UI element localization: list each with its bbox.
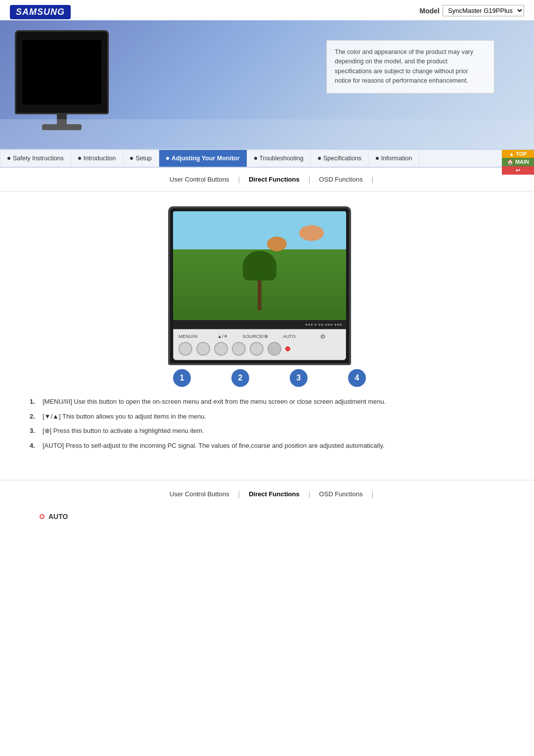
btn-source[interactable] [214,342,228,356]
bottom-sub-nav-user-control[interactable]: User Control Buttons [161,488,238,500]
inst-text-3: [⊕] Press this button to activate a high… [43,426,204,436]
garden-tree [258,271,262,310]
bottom-sub-nav-osd-functions[interactable]: OSD Functions [310,488,371,500]
bottom-sub-nav: User Control Buttons | Direct Functions … [0,480,534,508]
ctrl-label-power: ⏻ [320,333,325,339]
nav-item-troubleshooting[interactable]: Troubleshooting [247,150,311,167]
status-text: ●●● ● ●● ●●● ●●● [305,322,342,327]
btn-5[interactable] [250,342,264,356]
hero-decoration [0,119,534,149]
nav-item-information[interactable]: Information [369,150,420,167]
inst-num-4: 4. [30,441,40,451]
ctrl-label-auto: AUTO [283,333,296,339]
inst-text-4: [AUTO] Press to self-adjust to the incom… [43,441,385,451]
num-3: 3 [290,369,308,387]
instruction-item-3: 3. [⊕] Press this button to activate a h… [30,426,504,436]
nav-bullet [130,157,133,160]
nav-side-buttons: ▲ TOP 🏠 MAIN ↩ [502,150,534,167]
monitor-status-bar: ●●● ● ●● ●●● ●●● [173,320,346,329]
nav-item-adjusting[interactable]: Adjusting Your Monitor [159,150,247,167]
nav-bullet [376,157,379,160]
hero-description: The color and appearance of the product … [326,40,494,94]
monitor-display-unit: ●●● ● ●● ●●● ●●● MENU/III ▲/☀ SOURCE/⊕ A… [168,206,366,387]
nav-item-specifications[interactable]: Specifications [311,150,369,167]
sub-nav-osd-functions[interactable]: OSD Functions [310,174,371,185]
nav-item-safety[interactable]: Safety Instructions [0,150,71,167]
inst-text-1: [MENU/III] Use this button to open the o… [43,397,386,407]
page-header: SAMSUNG Model SyncMaster G19PPlus [0,0,534,16]
num-4: 4 [348,369,366,387]
bottom-sub-nav-direct-functions[interactable]: Direct Functions [240,488,309,500]
inst-num-2: 2. [30,412,40,422]
monitor-display-screen [173,211,346,320]
top-button[interactable]: ▲ TOP [502,150,534,158]
controls-buttons [178,342,341,356]
nav-item-setup[interactable]: Setup [123,150,159,167]
ctrl-label-source: SOURCE/⊕ [243,333,268,339]
sub-nav-direct-functions[interactable]: Direct Functions [240,174,309,185]
bottom-sub-nav-sep3: | [372,490,374,498]
instructions-list: 1. [MENU/III] Use this button to open th… [30,397,504,450]
nav-bullet [166,157,169,160]
main-content: ●●● ● ●● ●●● ●●● MENU/III ▲/☀ SOURCE/⊕ A… [0,191,534,470]
back-button[interactable]: ↩ [502,166,534,175]
sub-nav-user-control[interactable]: User Control Buttons [161,174,238,185]
num-1: 1 [173,369,191,387]
instruction-item-1: 1. [MENU/III] Use this button to open th… [30,397,504,407]
auto-title-text: AUTO [48,513,68,520]
sub-nav-sep3: | [372,176,374,184]
monitor-outer [15,30,109,114]
hero-monitor-image [15,30,109,134]
sub-nav: User Control Buttons | Direct Functions … [0,168,534,191]
inst-text-2: [▼/▲] This button allows you to adjust i… [43,412,206,422]
ctrl-label-menu: MENU/III [178,333,198,339]
nav-bullet [78,157,81,160]
num-2: 2 [231,369,249,387]
btn-menu[interactable] [178,342,192,356]
monitor-display: ●●● ● ●● ●●● ●●● MENU/III ▲/☀ SOURCE/⊕ A… [168,206,351,365]
instruction-item-2: 2. [▼/▲] This button allows you to adjus… [30,412,504,422]
auto-title: AUTO [40,513,494,520]
model-label: Model [420,7,440,15]
auto-section: AUTO [0,508,534,540]
main-button[interactable]: 🏠 MAIN [502,158,534,166]
nav-item-introduction[interactable]: Introduction [71,150,123,167]
number-indicators: 1 2 3 4 [168,369,366,387]
btn-power-dot [285,346,290,351]
btn-auto[interactable] [232,342,246,356]
controls-labels: MENU/III ▲/☀ SOURCE/⊕ AUTO ⏻ [178,333,341,339]
nav-bullet [7,157,10,160]
controls-area: MENU/III ▲/☀ SOURCE/⊕ AUTO ⏻ [173,329,346,360]
monitor-image-container: ●●● ● ●● ●●● ●●● MENU/III ▲/☀ SOURCE/⊕ A… [30,206,504,387]
nav-bullet [254,157,257,160]
ctrl-label-arrows: ▲/☀ [218,333,228,339]
garden-background [173,211,346,320]
model-select[interactable]: SyncMaster G19PPlus [443,5,524,16]
samsung-logo: SAMSUNG [10,5,71,19]
auto-dot-icon [40,514,44,519]
instruction-item-4: 4. [AUTO] Press to self-adjust to the in… [30,441,504,451]
btn-arrows[interactable] [196,342,210,356]
inst-num-1: 1. [30,397,40,407]
nav-bullet [318,157,321,160]
hero-banner: The color and appearance of the product … [0,20,534,149]
main-nav: Safety Instructions Introduction Setup A… [0,149,534,168]
inst-num-3: 3. [30,426,40,436]
monitor-screen [22,40,101,104]
btn-power[interactable] [267,342,281,356]
